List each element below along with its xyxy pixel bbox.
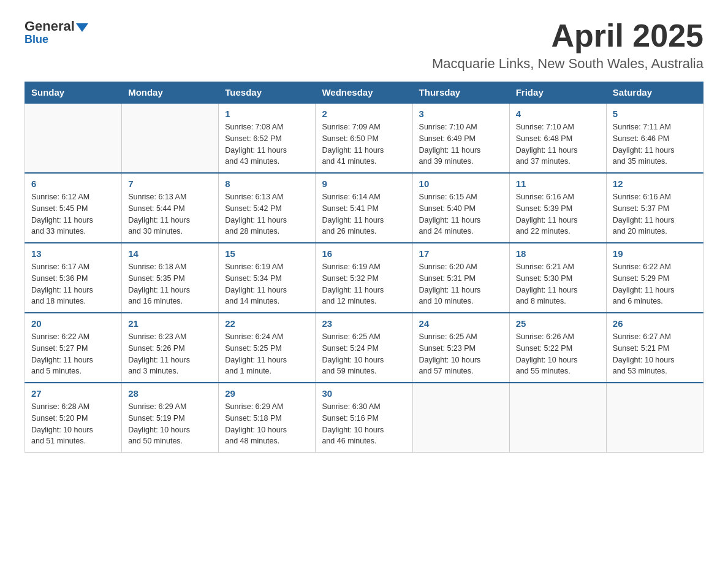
day-info: Sunrise: 6:19 AMSunset: 5:32 PMDaylight:… [322,261,406,307]
day-number: 12 [613,178,697,189]
calendar-cell [122,103,219,173]
calendar-cell: 6Sunrise: 6:12 AMSunset: 5:45 PMDaylight… [25,173,122,243]
calendar-cell: 30Sunrise: 6:30 AMSunset: 5:16 PMDayligh… [316,383,412,453]
day-info: Sunrise: 6:28 AMSunset: 5:20 PMDaylight:… [31,401,115,447]
day-number: 6 [31,178,115,189]
weekday-header-friday: Friday [509,82,606,104]
day-info: Sunrise: 6:21 AMSunset: 5:30 PMDaylight:… [516,261,600,307]
day-info: Sunrise: 6:30 AMSunset: 5:16 PMDaylight:… [322,401,406,447]
week-row-4: 20Sunrise: 6:22 AMSunset: 5:27 PMDayligh… [25,313,703,383]
location-title: Macquarie Links, New South Wales, Austra… [432,56,703,72]
day-info: Sunrise: 7:10 AMSunset: 6:48 PMDaylight:… [516,121,600,167]
day-info: Sunrise: 6:16 AMSunset: 5:39 PMDaylight:… [516,191,600,237]
day-info: Sunrise: 6:22 AMSunset: 5:27 PMDaylight:… [31,331,115,377]
day-number: 19 [613,248,697,259]
calendar-cell: 24Sunrise: 6:25 AMSunset: 5:23 PMDayligh… [412,313,509,383]
calendar-cell [25,103,122,173]
day-number: 18 [516,248,600,259]
logo-general-text: General [25,18,75,34]
calendar-cell: 14Sunrise: 6:18 AMSunset: 5:35 PMDayligh… [122,243,219,313]
day-info: Sunrise: 6:17 AMSunset: 5:36 PMDaylight:… [31,261,115,307]
logo-triangle-icon [76,23,88,32]
calendar-cell: 23Sunrise: 6:25 AMSunset: 5:24 PMDayligh… [316,313,412,383]
day-info: Sunrise: 6:20 AMSunset: 5:31 PMDaylight:… [419,261,503,307]
title-block: April 2025 Macquarie Links, New South Wa… [432,18,703,72]
day-info: Sunrise: 6:13 AMSunset: 5:42 PMDaylight:… [225,191,309,237]
day-number: 2 [322,109,406,119]
day-number: 22 [225,318,309,329]
month-title: April 2025 [432,18,703,53]
calendar-cell [509,383,606,453]
day-info: Sunrise: 7:09 AMSunset: 6:50 PMDaylight:… [322,121,406,167]
day-number: 3 [419,109,503,119]
day-number: 5 [613,109,697,119]
day-number: 15 [225,248,309,259]
logo-blue-text: Blue [25,33,48,46]
weekday-header-wednesday: Wednesday [316,82,412,104]
calendar-cell: 20Sunrise: 6:22 AMSunset: 5:27 PMDayligh… [25,313,122,383]
day-number: 8 [225,178,309,189]
weekday-header-saturday: Saturday [606,82,703,104]
calendar-cell: 12Sunrise: 6:16 AMSunset: 5:37 PMDayligh… [606,173,703,243]
day-info: Sunrise: 6:12 AMSunset: 5:45 PMDaylight:… [31,191,115,237]
calendar-cell: 18Sunrise: 6:21 AMSunset: 5:30 PMDayligh… [509,243,606,313]
day-number: 11 [516,178,600,189]
day-number: 7 [128,178,212,189]
calendar-cell: 5Sunrise: 7:11 AMSunset: 6:46 PMDaylight… [606,103,703,173]
day-number: 23 [322,318,406,329]
calendar-cell: 29Sunrise: 6:29 AMSunset: 5:18 PMDayligh… [219,383,316,453]
day-info: Sunrise: 6:27 AMSunset: 5:21 PMDaylight:… [613,331,697,377]
day-info: Sunrise: 7:10 AMSunset: 6:49 PMDaylight:… [419,121,503,167]
week-row-5: 27Sunrise: 6:28 AMSunset: 5:20 PMDayligh… [25,383,703,453]
day-number: 1 [225,109,309,119]
day-info: Sunrise: 6:13 AMSunset: 5:44 PMDaylight:… [128,191,212,237]
day-number: 20 [31,318,115,329]
day-info: Sunrise: 6:16 AMSunset: 5:37 PMDaylight:… [613,191,697,237]
calendar-cell [412,383,509,453]
page-header: General Blue April 2025 Macquarie Links,… [25,18,703,72]
day-info: Sunrise: 6:25 AMSunset: 5:24 PMDaylight:… [322,331,406,377]
calendar-cell: 2Sunrise: 7:09 AMSunset: 6:50 PMDaylight… [316,103,412,173]
calendar-cell: 1Sunrise: 7:08 AMSunset: 6:52 PMDaylight… [219,103,316,173]
calendar-cell [606,383,703,453]
day-info: Sunrise: 6:19 AMSunset: 5:34 PMDaylight:… [225,261,309,307]
day-info: Sunrise: 6:14 AMSunset: 5:41 PMDaylight:… [322,191,406,237]
week-row-2: 6Sunrise: 6:12 AMSunset: 5:45 PMDaylight… [25,173,703,243]
calendar-cell: 8Sunrise: 6:13 AMSunset: 5:42 PMDaylight… [219,173,316,243]
day-number: 10 [419,178,503,189]
day-number: 30 [322,388,406,399]
weekday-header-sunday: Sunday [25,82,122,104]
calendar-cell: 27Sunrise: 6:28 AMSunset: 5:20 PMDayligh… [25,383,122,453]
day-info: Sunrise: 7:08 AMSunset: 6:52 PMDaylight:… [225,121,309,167]
day-number: 25 [516,318,600,329]
day-info: Sunrise: 6:26 AMSunset: 5:22 PMDaylight:… [516,331,600,377]
weekday-header-monday: Monday [122,82,219,104]
day-info: Sunrise: 6:15 AMSunset: 5:40 PMDaylight:… [419,191,503,237]
calendar-cell: 16Sunrise: 6:19 AMSunset: 5:32 PMDayligh… [316,243,412,313]
calendar-cell: 10Sunrise: 6:15 AMSunset: 5:40 PMDayligh… [412,173,509,243]
day-number: 17 [419,248,503,259]
day-info: Sunrise: 6:23 AMSunset: 5:26 PMDaylight:… [128,331,212,377]
calendar-cell: 19Sunrise: 6:22 AMSunset: 5:29 PMDayligh… [606,243,703,313]
calendar-table: SundayMondayTuesdayWednesdayThursdayFrid… [25,82,703,453]
calendar-cell: 17Sunrise: 6:20 AMSunset: 5:31 PMDayligh… [412,243,509,313]
day-info: Sunrise: 6:29 AMSunset: 5:19 PMDaylight:… [128,401,212,447]
day-number: 9 [322,178,406,189]
logo: General Blue [25,18,88,46]
day-info: Sunrise: 6:25 AMSunset: 5:23 PMDaylight:… [419,331,503,377]
calendar-cell: 11Sunrise: 6:16 AMSunset: 5:39 PMDayligh… [509,173,606,243]
calendar-cell: 4Sunrise: 7:10 AMSunset: 6:48 PMDaylight… [509,103,606,173]
week-row-1: 1Sunrise: 7:08 AMSunset: 6:52 PMDaylight… [25,103,703,173]
day-number: 27 [31,388,115,399]
day-info: Sunrise: 6:24 AMSunset: 5:25 PMDaylight:… [225,331,309,377]
week-row-3: 13Sunrise: 6:17 AMSunset: 5:36 PMDayligh… [25,243,703,313]
day-number: 14 [128,248,212,259]
calendar-header-row: SundayMondayTuesdayWednesdayThursdayFrid… [25,82,703,104]
day-number: 29 [225,388,309,399]
calendar-cell: 26Sunrise: 6:27 AMSunset: 5:21 PMDayligh… [606,313,703,383]
weekday-header-tuesday: Tuesday [219,82,316,104]
calendar-cell: 7Sunrise: 6:13 AMSunset: 5:44 PMDaylight… [122,173,219,243]
day-info: Sunrise: 7:11 AMSunset: 6:46 PMDaylight:… [613,121,697,167]
day-number: 4 [516,109,600,119]
calendar-cell: 3Sunrise: 7:10 AMSunset: 6:49 PMDaylight… [412,103,509,173]
